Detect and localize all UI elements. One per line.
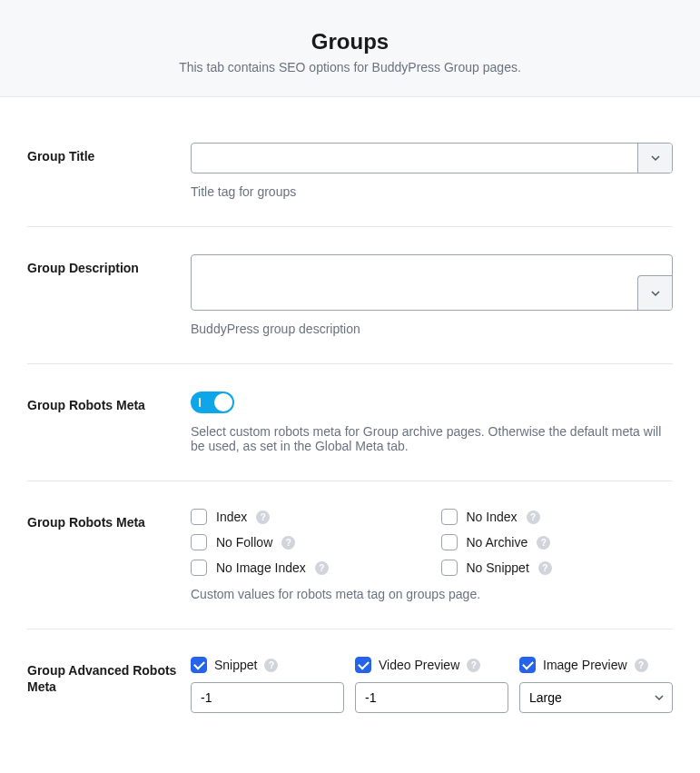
field-group-description: Group Description BuddyPress group descr… [27,227,673,364]
checkbox-noimageindex: No Image Index ? [191,560,423,576]
checkbox-index-box[interactable] [191,509,207,525]
checkbox-nosnippet-label: No Snippet [467,560,529,575]
checkbox-noimageindex-label: No Image Index [216,560,306,575]
adv-video-cell: Video Preview ? [355,657,508,713]
checkbox-noarchive-label: No Archive [467,535,528,550]
robots-toggle-label: Group Robots Meta [27,398,145,412]
group-description-label: Group Description [27,261,139,275]
advanced-robots-row: Snippet ? Video Preview ? [191,657,673,713]
checkbox-noindex-label: No Index [467,510,518,524]
help-icon[interactable]: ? [635,659,648,672]
checkbox-index: Index ? [191,509,423,525]
field-robots-checks: Group Robots Meta Index ? No Index ? No … [27,481,673,629]
video-preview-label: Video Preview [379,658,459,672]
snippet-label: Snippet [214,658,257,672]
group-title-desc: Title tag for groups [191,184,673,199]
help-icon[interactable]: ? [537,536,550,550]
form-content: Group Title Title tag for groups Group D… [0,97,700,758]
checkbox-noindex: No Index ? [441,509,674,525]
help-icon[interactable]: ? [527,510,540,524]
page-header: Groups This tab contains SEO options for… [0,0,700,97]
video-preview-value-input[interactable] [355,682,508,713]
help-icon[interactable]: ? [256,510,270,524]
help-icon[interactable]: ? [315,561,329,575]
help-icon[interactable]: ? [467,659,480,672]
help-icon[interactable]: ? [538,561,552,575]
field-group-title: Group Title Title tag for groups [27,115,673,227]
adv-snippet-check-row: Snippet ? [191,657,344,673]
robots-toggle-desc: Select custom robots meta for Group arch… [191,424,673,453]
group-title-dropdown-button[interactable] [637,144,672,173]
page-subtitle: This tab contains SEO options for BuddyP… [18,60,682,74]
snippet-value-input[interactable] [191,682,344,713]
checkbox-nosnippet: No Snippet ? [441,560,674,576]
checkbox-noindex-box[interactable] [441,509,458,525]
video-preview-checkbox[interactable] [355,657,371,673]
adv-image-cell: Image Preview ? [519,657,673,713]
checkbox-nofollow-label: No Follow [216,535,272,550]
group-title-input[interactable] [192,144,637,173]
checkbox-nosnippet-box[interactable] [441,560,458,576]
checkbox-noarchive: No Archive ? [441,534,674,550]
group-description-input[interactable] [192,255,637,310]
adv-image-check-row: Image Preview ? [519,657,673,673]
checkbox-index-label: Index [216,510,247,524]
image-preview-label: Image Preview [543,658,627,672]
help-icon[interactable]: ? [281,536,295,550]
help-icon[interactable]: ? [264,659,278,672]
field-advanced-robots: Group Advanced Robots Meta Snippet ? Vid… [27,629,673,740]
checkbox-nofollow: No Follow ? [191,534,423,550]
checkbox-noimageindex-box[interactable] [191,560,207,576]
snippet-checkbox[interactable] [191,657,207,673]
robots-checkbox-grid: Index ? No Index ? No Follow ? No Archiv… [191,509,673,576]
adv-snippet-cell: Snippet ? [191,657,344,713]
checkbox-noarchive-box[interactable] [441,534,458,550]
image-preview-select-wrap [519,682,673,713]
image-preview-select[interactable] [519,682,673,713]
group-description-desc: BuddyPress group description [191,322,673,336]
chevron-down-icon [651,289,660,298]
field-robots-toggle: Group Robots Meta Select custom robots m… [27,364,673,481]
group-title-label: Group Title [27,149,94,164]
robots-checks-label: Group Robots Meta [27,515,145,530]
robots-checks-desc: Custom values for robots meta tag on gro… [191,587,673,601]
group-description-dropdown-button[interactable] [637,275,672,310]
group-title-combo [191,143,673,173]
group-description-combo [191,254,673,311]
page-title: Groups [18,29,682,55]
checkbox-nofollow-box[interactable] [191,534,207,550]
advanced-robots-label: Group Advanced Robots Meta [27,663,176,694]
robots-toggle-switch[interactable] [191,391,234,413]
adv-video-check-row: Video Preview ? [355,657,508,673]
chevron-down-icon [651,154,660,163]
image-preview-checkbox[interactable] [519,657,536,673]
